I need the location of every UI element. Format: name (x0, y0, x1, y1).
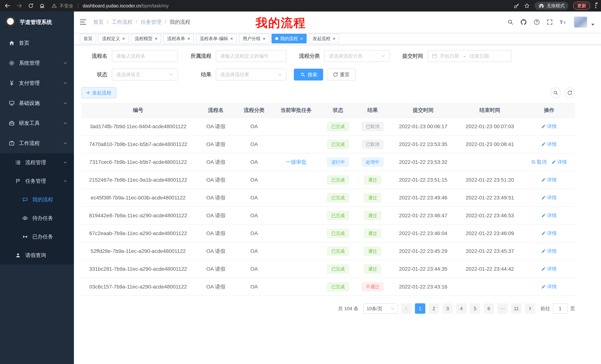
address-bar[interactable]: 不安全 dashboard.yudao.iocoder.cn/bpm/task/… (52, 3, 510, 9)
cell-result: 通过 (355, 224, 390, 242)
next-page-button[interactable] (525, 303, 535, 314)
detail-action[interactable]: 详情 (541, 230, 557, 237)
goto-page-input[interactable] (553, 303, 568, 314)
detail-action[interactable]: 详情 (541, 177, 557, 183)
browser-home-icon[interactable] (39, 3, 45, 9)
page-button-6[interactable]: 6 (484, 303, 494, 314)
search-icon[interactable] (507, 19, 513, 25)
sidebar-item-done-task[interactable]: 已办任务 (0, 228, 74, 246)
fullscreen-icon[interactable] (547, 19, 553, 25)
cell-end-time: 2022-01-22 23:51:20 (457, 171, 523, 189)
help-icon[interactable] (534, 19, 540, 25)
breadcrumb-item[interactable]: 首页 (93, 19, 104, 26)
sidebar-item-devtools[interactable]: 研发工具 (0, 113, 74, 133)
cell-status: 已完成 (321, 207, 355, 224)
close-icon[interactable]: × (230, 36, 233, 41)
process-name-input[interactable] (116, 53, 173, 59)
back-icon[interactable] (4, 3, 10, 9)
tab-user-group[interactable]: 用户分组× (239, 34, 269, 43)
cell-process-name: OA 请假 (195, 189, 237, 207)
page-button-4[interactable]: 4 (456, 303, 467, 314)
close-icon[interactable]: × (155, 36, 158, 41)
status-select[interactable]: 请选择状态 (112, 69, 178, 80)
sidebar-item-workflow[interactable]: 工作流程 (0, 133, 74, 153)
prev-page-button[interactable] (401, 303, 411, 314)
chevron-down-icon (63, 161, 67, 164)
reload-icon[interactable] (28, 3, 33, 8)
page-size-select[interactable]: 10条/页 (363, 303, 398, 314)
detail-action[interactable]: 详情 (541, 266, 557, 272)
toggle-search-button[interactable] (551, 87, 561, 98)
close-icon[interactable]: × (187, 36, 190, 41)
tab-process-definition[interactable]: 流程定义× (99, 34, 129, 43)
detail-action[interactable]: 详情 (541, 141, 557, 147)
detail-action[interactable]: 详情 (541, 123, 557, 130)
page-button-5[interactable]: 5 (470, 303, 480, 314)
star-icon[interactable] (524, 3, 530, 9)
page-button-1[interactable]: 1 (415, 303, 425, 314)
detail-action[interactable]: 详情 (541, 194, 557, 201)
page-button-2[interactable]: 2 (429, 303, 439, 314)
search-button[interactable]: 搜索 (294, 69, 323, 80)
chevron-down-icon[interactable] (591, 24, 594, 26)
hamburger-icon[interactable] (78, 18, 88, 26)
sidebar-item-home[interactable]: 首页 (0, 33, 74, 53)
breadcrumb-item[interactable]: 任务管理 (141, 19, 161, 26)
category-placeholder: 请选择流程分类 (329, 53, 362, 59)
sidebar-item-todo-task[interactable]: 待办任务 (0, 209, 74, 228)
cell-category: OA (237, 278, 271, 296)
process-table: 编号流程名流程分类当前审批任务状态结果提交时间结束时间操作 3ad174fb-7… (81, 103, 575, 296)
font-size-icon[interactable]: TT (560, 19, 567, 25)
sidebar-item-task-mgmt[interactable]: 任务管理 (0, 172, 74, 190)
result-select[interactable]: 请选择流结果 (216, 69, 286, 80)
browser-menu-button[interactable] (595, 3, 597, 9)
cell-end-time (457, 278, 523, 296)
detail-action[interactable]: 详情 (541, 248, 557, 254)
status-placeholder: 请选择状态 (116, 71, 140, 78)
tab-process-form[interactable]: 流程表单× (163, 34, 194, 43)
process-def-input[interactable] (220, 53, 282, 59)
sidebar-item-process-mgmt[interactable]: 流程管理 (0, 153, 74, 172)
close-icon[interactable]: × (263, 36, 266, 41)
github-icon[interactable] (521, 19, 527, 25)
submit-time-range-picker[interactable]: 开始日期 - 结束日期 (428, 50, 511, 62)
tab-label: 发起流程 (312, 36, 331, 42)
create-process-button[interactable]: 发起流程 (81, 87, 116, 98)
current-task-link[interactable]: 一级审批 (286, 159, 306, 165)
tab-home[interactable]: 首页 (80, 34, 96, 43)
page-more-button[interactable]: ··· (497, 303, 508, 314)
tab-start-process[interactable]: 发起流程× (309, 34, 339, 43)
update-button[interactable]: 更新 (573, 2, 590, 10)
sidebar-item-system[interactable]: 系统管理 (0, 53, 74, 73)
result-badge: 已取消 (362, 122, 383, 131)
cell-process-name: OA 请假 (195, 224, 237, 242)
category-select[interactable]: 请选择流程分类 (324, 50, 390, 62)
breadcrumb-item[interactable]: 工作流程 (112, 19, 133, 26)
cell-end-time: 2022-01-23 00:08:41 (457, 135, 523, 153)
tab-my-process[interactable]: 我的流程× (271, 34, 307, 43)
cell-current-task (271, 118, 321, 135)
sidebar-item-leave-query[interactable]: 请假查询 (0, 246, 74, 265)
page-button-3[interactable]: 3 (442, 303, 453, 314)
user-avatar[interactable] (574, 17, 587, 28)
key-icon[interactable] (514, 3, 519, 9)
close-icon[interactable]: × (300, 36, 303, 41)
tab-label: 我的流程 (280, 36, 298, 42)
forward-icon[interactable] (16, 3, 22, 9)
detail-action[interactable]: 详情 (541, 212, 557, 219)
sidebar-item-my-process[interactable]: 我的流程 (0, 190, 74, 209)
cancel-action[interactable]: 取消 (531, 159, 546, 165)
sidebar-item-infra[interactable]: 基础设施 (0, 93, 74, 113)
tab-process-form-edit[interactable]: 流程表单-编辑× (196, 34, 237, 43)
refresh-table-button[interactable] (565, 87, 575, 98)
sidebar-item-payment[interactable]: 支付管理 (0, 73, 74, 93)
reset-button[interactable]: 重置 (327, 69, 355, 80)
cell-submit-time: 2022-01-22 23:49:46 (390, 189, 457, 207)
detail-action[interactable]: 详情 (541, 284, 557, 290)
page-button-11[interactable]: 11 (511, 303, 521, 314)
cell-category: OA (237, 224, 271, 242)
detail-action[interactable]: 详情 (551, 159, 567, 165)
close-icon[interactable]: × (333, 36, 335, 41)
close-icon[interactable]: × (122, 36, 125, 41)
tab-process-model[interactable]: 流程模型× (131, 34, 161, 43)
